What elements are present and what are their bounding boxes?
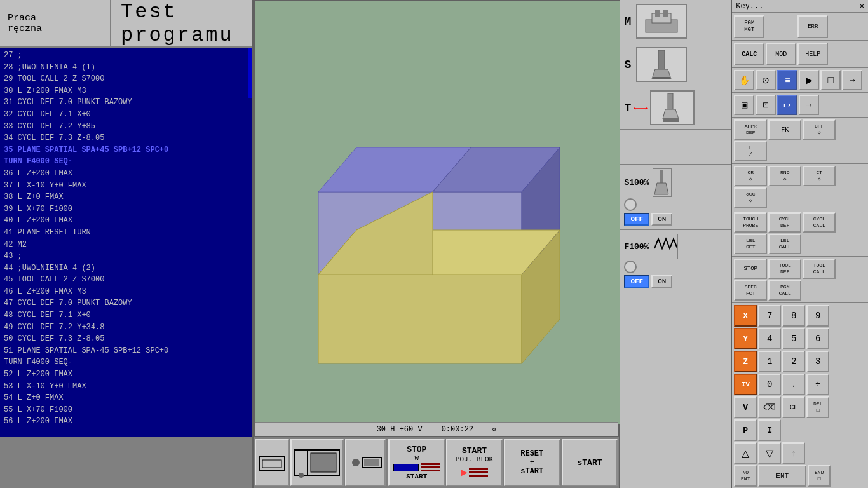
num7-btn[interactable]: 7 [758,305,781,327]
cc-btn[interactable]: ◇CC◇ [734,187,767,208]
no-ent-btn[interactable]: NOENT [734,465,757,487]
hand-btn[interactable]: ✋ [734,70,754,90]
axis-y-btn[interactable]: Y [734,328,757,349]
cr-btn[interactable]: CR◇ [734,166,767,186]
down-arrow-btn[interactable]: ▽ [758,442,781,464]
feed-rate-control: F100% OFF ON [620,230,731,292]
ent-btn[interactable]: ENT [758,465,806,487]
svg-marker-32 [654,183,668,194]
tool-call-btn[interactable]: TOOLCALL [803,259,836,279]
tool-def-btn[interactable]: TOOLDEF [768,259,801,279]
prog-indicator [393,464,419,471]
num0-btn[interactable]: 0 [758,374,781,395]
appr-dep-btn[interactable]: APPRDEP [734,119,767,140]
i-btn[interactable]: I [758,419,781,441]
sq-btn[interactable]: □ [820,70,841,90]
arrow-icon: ▶ [461,465,468,479]
end-btn[interactable]: END□ [808,465,831,487]
fkey-row1: APPRDEP FK CHF◇ L/ [732,118,868,164]
keypad-panel: Key... — ✕ PGMMGT ERR CALC MOD HELP ✋ ⊙ … [732,0,868,488]
toolbar-btn-3[interactable] [345,439,386,486]
cycle-keys-row1: TOUCHPROBE CYCLDEF CYCLCALL LBLSET LBLCA… [732,210,868,257]
p-btn[interactable]: P [734,419,757,441]
stop-w-label: W [414,454,419,462]
start-only-btn[interactable]: sTART [562,439,618,486]
num4-btn[interactable]: 4 [758,328,781,349]
spindle-on-btn[interactable]: ON [651,213,672,226]
arrow-r-btn[interactable]: ▶ [799,70,819,90]
arrow-r2-btn[interactable]: → [842,70,862,90]
start-poj-btn[interactable]: START POJ. BLOK ▶ [446,439,503,486]
pgm-mgt-btn[interactable]: PGMMGT [734,15,764,38]
arr-sq-btn[interactable]: ⊡ [756,95,776,115]
lbl-call-btn[interactable]: LBLCALL [768,234,801,254]
calc-btn[interactable]: CALC [734,43,764,65]
v-btn[interactable]: V [734,396,757,418]
err-btn[interactable]: ERR [797,15,828,38]
mod-btn[interactable]: MOD [766,43,796,65]
svg-rect-30 [663,118,679,122]
chf-btn[interactable]: CHF◇ [803,119,836,140]
lines-btn[interactable]: ≡ [777,70,797,90]
feed-knob[interactable] [624,261,637,273]
ct-btn[interactable]: CT◇ [803,166,836,186]
close-btn[interactable]: ✕ [860,1,864,11]
spindle-knob[interactable] [624,198,637,211]
viewport-status-bar: 30 H +60 V 0:00:22 ⚙ [255,422,618,436]
start-only-label: sTART [577,458,602,468]
circle-target-btn[interactable]: ⊙ [756,70,776,90]
num6-btn[interactable]: 6 [806,328,829,349]
feed-off-btn[interactable]: OFF [624,275,649,288]
svg-rect-31 [660,170,663,183]
backspace-btn[interactable]: ⌫ [758,396,781,418]
tool-t-icon [656,93,688,122]
num5-btn[interactable]: 5 [782,328,805,349]
l-btn[interactable]: L/ [734,141,767,161]
up-btn[interactable]: ↑ [782,442,805,464]
fk-btn[interactable]: FK [768,119,801,140]
reset-start-btn[interactable]: RESET + sTART [504,439,560,486]
svg-point-17 [299,473,304,478]
svg-rect-23 [655,10,660,17]
axis-z-btn[interactable]: Z [734,351,757,372]
arr-r3-btn[interactable]: ↦ [777,95,797,115]
feed-on-btn[interactable]: ON [651,275,672,288]
scrollbar[interactable] [248,48,252,98]
dot-btn[interactable]: . [782,374,805,395]
pgm-call-btn[interactable]: PGMCALL [768,280,801,301]
toolbar-btn-1[interactable] [255,439,289,486]
s-control: S [620,43,731,86]
del-btn[interactable]: DEL□ [806,396,829,418]
cycl-call-btn[interactable]: CYCLCALL [803,212,836,233]
up-arrow-btn[interactable]: △ [734,442,757,464]
lbl-set-btn[interactable]: LBLSET [734,234,767,254]
div-btn[interactable]: ÷ [806,374,829,395]
num9-btn[interactable]: 9 [806,305,829,327]
axis-x-btn[interactable]: X [734,305,757,327]
fkey-row2: CR◇ RND◇ CT◇ ◇CC◇ [732,164,868,210]
code-editor: 27 ; 28 ;UWOLNIENIA 4 (1) 29 TOOL CALL 2… [0,48,252,437]
num8-btn[interactable]: 8 [782,305,805,327]
stop-start-btn[interactable]: STOP W START [388,439,445,486]
sq2-btn[interactable]: ▣ [734,95,754,115]
plus-label: + [530,458,534,467]
ce-btn[interactable]: CE [782,396,805,418]
axis-iv-btn[interactable]: IV [734,374,757,395]
help-btn[interactable]: HELP [797,43,828,65]
rnd-btn[interactable]: RND◇ [768,166,801,186]
spindle-off-btn[interactable]: OFF [624,213,649,226]
poj-blok-label: POJ. BLOK [456,456,493,463]
cycl-def-btn[interactable]: CYCLDEF [768,212,801,233]
machine-controls-panel: M S T ←→ [619,0,732,488]
num2-btn[interactable]: 2 [782,351,805,372]
minimize-btn[interactable]: — [810,2,814,11]
work-mode-line2: ręczna [8,24,102,34]
toolbar-btn-2[interactable] [290,439,344,486]
spec-fct-btn[interactable]: SPECFCT [734,280,767,301]
num1-btn[interactable]: 1 [758,351,781,372]
arr-r4-btn[interactable]: → [799,95,819,115]
num3-btn[interactable]: 3 [806,351,829,372]
touch-probe-btn[interactable]: TOUCHPROBE [734,212,767,233]
stop-key-btn[interactable]: STOP [734,259,767,279]
svg-rect-13 [262,460,281,468]
